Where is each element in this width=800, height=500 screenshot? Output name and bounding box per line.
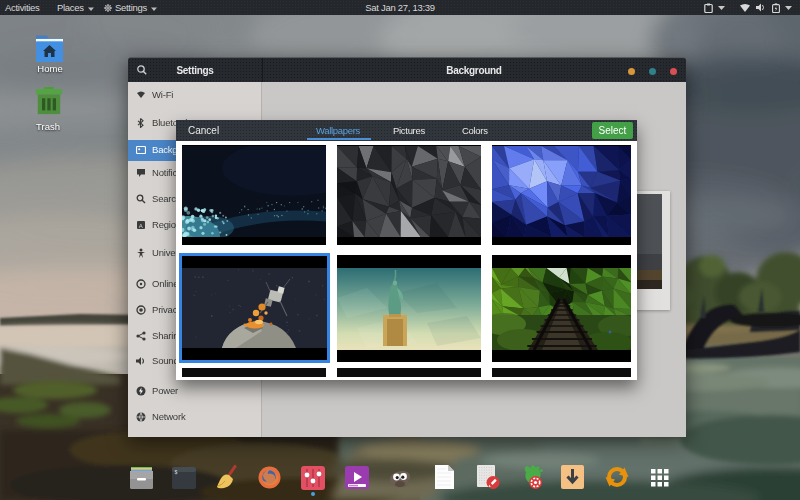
svg-text:A: A	[139, 223, 143, 229]
svg-text:$: $	[175, 470, 178, 476]
